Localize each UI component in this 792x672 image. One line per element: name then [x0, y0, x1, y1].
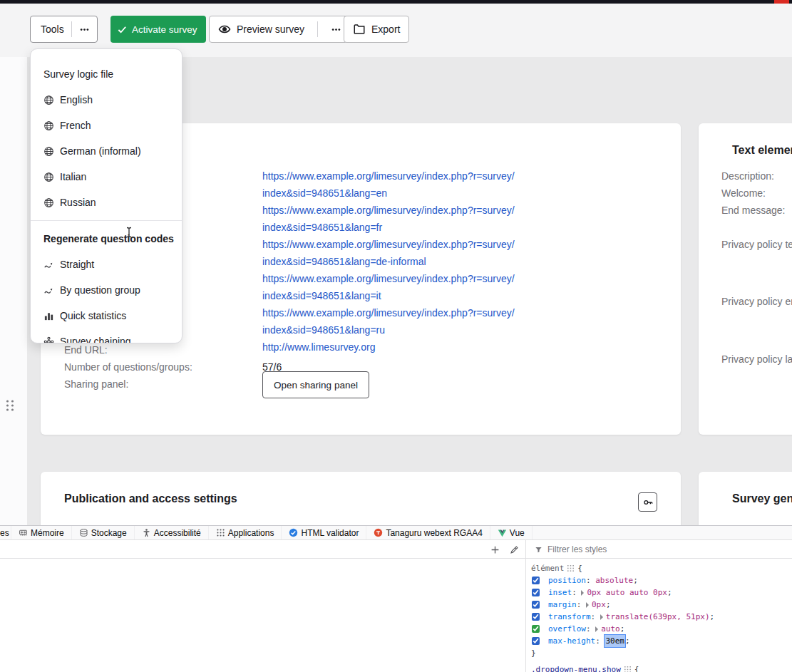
devtools-tab-stockage[interactable]: Stockage: [72, 526, 135, 539]
css-rule-selector-line: élément {: [526, 562, 792, 574]
menu-item-language-german-informal[interactable]: German (informal): [31, 138, 182, 164]
add-rule-icon[interactable]: [490, 545, 500, 554]
description-label: Description:: [721, 167, 774, 185]
survey-url-link-de-informal[interactable]: https://www.example.org/limesurvey/index…: [262, 236, 547, 270]
survey-url-link-fr[interactable]: https://www.example.org/limesurvey/index…: [262, 202, 547, 236]
menu-item-survey-chaining[interactable]: Survey chaining: [31, 329, 182, 343]
key-icon: [642, 497, 654, 508]
devtools-tab-vue[interactable]: Vue: [490, 526, 533, 539]
menu-item-label: Straight: [60, 259, 94, 270]
declaration-toggle-checkbox[interactable]: [532, 589, 540, 596]
expand-arrow-icon[interactable]: [595, 626, 598, 632]
regenerate-straight-icon: [43, 259, 54, 270]
kebab-menu-icon[interactable]: [79, 24, 90, 35]
survey-url-link-it[interactable]: https://www.example.org/limesurvey/index…: [262, 270, 547, 304]
menu-item-language-italian[interactable]: Italian: [31, 164, 182, 190]
declaration-toggle-checkbox[interactable]: [532, 637, 540, 645]
activate-survey-label: Activate survey: [132, 24, 197, 35]
sharing-panel-label: Sharing panel:: [64, 376, 128, 393]
eye-icon: [218, 23, 231, 36]
declaration-toggle-checkbox[interactable]: [532, 601, 540, 609]
export-label: Export: [371, 24, 400, 35]
topbar-red-badge: [774, 0, 789, 4]
menu-item-language-french[interactable]: French: [31, 113, 182, 138]
devtools-tab-partial[interactable]: es: [0, 526, 11, 539]
access-settings-button[interactable]: [638, 492, 657, 512]
survey-general-title: Survey genera: [732, 492, 792, 505]
menu-item-language-russian[interactable]: Russian: [31, 190, 182, 215]
language-icon: [43, 95, 54, 105]
check-icon: [117, 24, 128, 35]
devtools-rules-toolbar: [0, 540, 792, 559]
class-selector[interactable]: .dropdown-menu.show: [531, 663, 621, 672]
declaration-toggle-checkbox[interactable]: [532, 625, 540, 633]
activate-survey-button[interactable]: Activate survey: [110, 16, 206, 43]
expand-arrow-icon[interactable]: [581, 590, 584, 596]
eyedropper-icon[interactable]: [510, 545, 519, 554]
folder-icon: [353, 23, 366, 36]
css-declaration-inset: inset: 0px auto auto 0px;: [526, 586, 792, 599]
privacy-policy-error-label: Privacy policy er: [721, 293, 792, 310]
css-declaration-max-height: max-height: 30em;: [526, 635, 792, 647]
menu-item-label: Survey chaining: [60, 336, 131, 343]
menu-item-survey-logic-file[interactable]: Survey logic file: [31, 61, 182, 87]
css-rule-dropdown-menu-show: .dropdown-menu.show {: [526, 663, 792, 672]
applications-icon: [216, 528, 225, 537]
devtools-tab-accessibilite[interactable]: Accessibilité: [135, 526, 209, 539]
publication-access-title: Publication and access settings: [64, 492, 237, 505]
tools-dropdown-menu: Survey logic file English French German …: [30, 48, 182, 343]
survey-url-link-en[interactable]: https://www.example.org/limesurvey/index…: [262, 167, 547, 202]
privacy-policy-text-label: Privacy policy te: [721, 236, 792, 253]
survey-chaining-icon: [43, 336, 54, 344]
language-icon: [43, 146, 54, 157]
text-elements-title: Text elements: [732, 144, 792, 157]
left-margin-strip: [0, 57, 27, 525]
html-validator-icon: [289, 528, 298, 537]
menu-item-label: Survey logic file: [43, 68, 113, 80]
menu-item-straight[interactable]: Straight: [31, 252, 182, 277]
grid-dots-icon[interactable]: [567, 565, 574, 572]
element-selector[interactable]: élément: [531, 562, 564, 574]
menu-item-language-english[interactable]: English: [31, 87, 182, 113]
grid-dots-icon[interactable]: [624, 666, 631, 672]
open-sharing-panel-button[interactable]: Open sharing panel: [262, 371, 369, 398]
declaration-toggle-checkbox[interactable]: [532, 613, 540, 621]
browser-top-strip: [0, 0, 792, 4]
language-icon: [43, 120, 54, 131]
end-url-link[interactable]: http://www.limesurvey.org: [262, 338, 547, 356]
devtools-panel: es Mémoire Stockage Accessibilité Applic…: [0, 525, 792, 672]
devtools-tab-applications[interactable]: Applications: [209, 526, 282, 539]
value-edit-selection[interactable]: 30em: [605, 635, 625, 647]
accessibility-icon: [142, 528, 151, 537]
declaration-toggle-checkbox[interactable]: [532, 577, 540, 584]
expand-arrow-icon[interactable]: [586, 602, 589, 608]
end-url-label: End URL:: [64, 341, 108, 358]
privacy-policy-label-label: Privacy policy la: [721, 351, 792, 368]
preview-survey-button[interactable]: Preview survey: [209, 16, 349, 43]
filter-icon: [535, 546, 542, 554]
welcome-label: Welcome:: [721, 185, 766, 202]
menu-item-label: French: [60, 120, 91, 131]
questions-groups-label: Number of questions/groups:: [64, 358, 192, 376]
menu-separator: [31, 220, 182, 221]
button-divider: [317, 21, 318, 37]
menu-item-by-question-group[interactable]: By question group: [31, 277, 182, 303]
drag-handle[interactable]: [5, 399, 15, 412]
devtools-tab-html-validator[interactable]: HTML validator: [282, 526, 366, 539]
devtools-tab-tanaguru[interactable]: Tanaguru webext RGAA4: [366, 526, 490, 539]
end-message-label: End message:: [721, 202, 786, 219]
tools-button[interactable]: Tools: [30, 16, 98, 43]
menu-header-regenerate-question-codes: Regenerate question codes: [31, 226, 182, 252]
expand-arrow-icon[interactable]: [600, 614, 603, 620]
statistics-icon: [43, 311, 54, 321]
css-declaration-position: position: absolute;: [526, 574, 792, 586]
css-rules-panel: élément { position: absolute; inset: 0px…: [526, 559, 792, 672]
export-button[interactable]: Export: [344, 16, 409, 43]
menu-item-quick-statistics[interactable]: Quick statistics: [31, 303, 182, 329]
survey-url-link-ru[interactable]: https://www.example.org/limesurvey/index…: [262, 304, 547, 338]
kebab-menu-icon[interactable]: [331, 24, 341, 35]
styles-filter-input[interactable]: [547, 542, 711, 557]
text-elements-card: Text elements Description: Welcome: End …: [699, 123, 792, 435]
devtools-tab-memoire[interactable]: Mémoire: [11, 526, 72, 539]
button-divider: [71, 21, 72, 37]
